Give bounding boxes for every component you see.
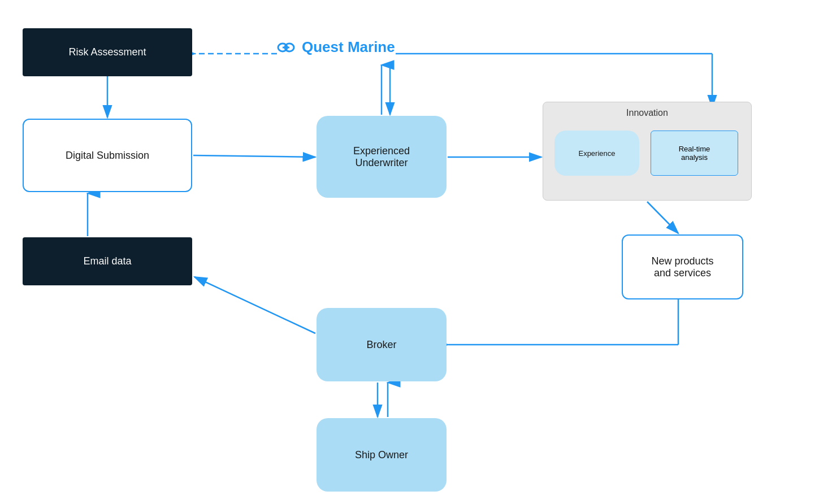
innovation-label: Innovation	[543, 108, 751, 118]
broker-label: Broker	[366, 339, 396, 351]
diagram-container: Risk Assessment Digital Submission Email…	[0, 0, 819, 504]
cloud-icon	[277, 40, 297, 55]
ship-owner-box: Ship Owner	[317, 418, 447, 492]
risk-assessment-box: Risk Assessment	[23, 28, 192, 76]
digital-submission-box: Digital Submission	[23, 119, 192, 192]
risk-assessment-label: Risk Assessment	[68, 46, 146, 58]
email-data-box: Email data	[23, 237, 192, 285]
email-data-label: Email data	[83, 255, 131, 267]
innovation-container: Innovation Experience Real-timeanalysis	[543, 102, 752, 201]
experienced-underwriter-box: ExperiencedUnderwriter	[317, 116, 447, 198]
ship-owner-label: Ship Owner	[355, 449, 408, 461]
quest-marine-logo: Quest Marine	[277, 38, 395, 56]
experience-box: Experience	[554, 131, 639, 176]
svg-line-15	[194, 277, 315, 333]
experience-label: Experience	[578, 149, 615, 158]
realtime-analysis-box: Real-timeanalysis	[651, 131, 738, 176]
svg-line-12	[647, 202, 678, 233]
quest-marine-text: Quest Marine	[302, 38, 395, 56]
experienced-underwriter-label: ExperiencedUnderwriter	[353, 145, 410, 169]
digital-submission-label: Digital Submission	[66, 150, 149, 162]
broker-box: Broker	[317, 308, 447, 381]
new-products-box: New productsand services	[622, 234, 743, 299]
svg-line-8	[193, 155, 315, 157]
new-products-label: New productsand services	[651, 255, 713, 279]
realtime-analysis-label: Real-timeanalysis	[679, 145, 710, 162]
